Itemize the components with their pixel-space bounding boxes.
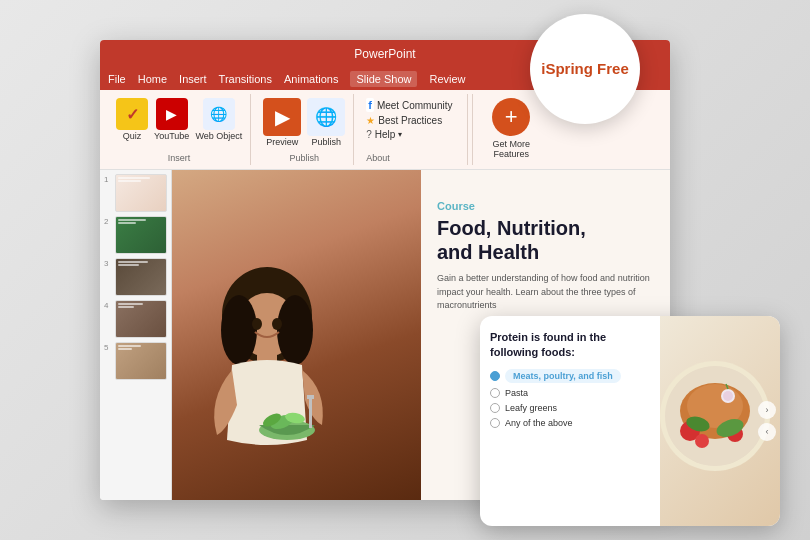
mobile-question-area: Protein is found in the following foods:… <box>480 316 660 526</box>
publish-icons: ▶ Preview 🌐 Publish <box>263 94 345 153</box>
mobile-navigation: › › <box>758 401 776 441</box>
insert-group-label: Insert <box>168 153 191 165</box>
svg-point-3 <box>277 295 313 365</box>
menu-insert[interactable]: Insert <box>179 73 207 85</box>
star-icon: ★ <box>366 115 375 126</box>
mobile-option-1[interactable]: Meats, poultry, and fish <box>490 369 650 383</box>
slide-thumb-5[interactable]: 5 <box>104 342 167 380</box>
publish-label: Publish <box>311 138 341 148</box>
slide-food-image <box>172 170 421 500</box>
thumb-img-1 <box>115 174 167 212</box>
menu-home[interactable]: Home <box>138 73 167 85</box>
meet-community-text: Meet Community <box>377 100 453 111</box>
thumb-num-5: 5 <box>104 342 112 352</box>
thumb-img-5 <box>115 342 167 380</box>
help-icon: ? <box>366 129 372 140</box>
svg-point-11 <box>252 318 262 330</box>
quiz-button[interactable]: ✓ Quiz <box>116 98 148 142</box>
menu-file[interactable]: File <box>108 73 126 85</box>
slide-title-line2: and Health <box>437 241 539 263</box>
nav-up-arrow[interactable]: › <box>758 401 776 419</box>
quiz-label: Quiz <box>123 132 142 142</box>
slide-thumb-4[interactable]: 4 <box>104 300 167 338</box>
course-label: Course <box>437 200 654 212</box>
youtube-button[interactable]: ▶ YouTube <box>154 98 189 142</box>
menu-animations[interactable]: Animations <box>284 73 338 85</box>
preview-button[interactable]: ▶ Preview <box>263 98 301 148</box>
window-title: PowerPoint <box>354 47 415 61</box>
meet-community-link[interactable]: f Meet Community <box>366 98 452 112</box>
option-text-3: Leafy greens <box>505 403 557 413</box>
mobile-option-3[interactable]: Leafy greens <box>490 403 650 413</box>
get-more-button[interactable]: + Get More Features <box>472 94 549 165</box>
mobile-option-4[interactable]: Any of the above <box>490 418 650 428</box>
best-practices-link[interactable]: ★ Best Practices <box>366 115 452 126</box>
mobile-device: ⋮ Protein is found in the following food… <box>480 316 780 526</box>
radio-1 <box>490 371 500 381</box>
web-object-button[interactable]: 🌐 Web Object <box>195 98 242 142</box>
mobile-content: Protein is found in the following foods:… <box>480 316 780 526</box>
mobile-food-image: › › <box>660 316 780 526</box>
option-pill-1: Meats, poultry, and fish <box>505 369 621 383</box>
svg-point-12 <box>272 318 282 330</box>
ispring-badge-text: iSpring Free <box>541 60 629 78</box>
slide-thumb-1[interactable]: 1 <box>104 174 167 212</box>
preview-icon: ▶ <box>263 98 301 136</box>
insert-icons: ✓ Quiz ▶ YouTube 🌐 Web Object <box>116 94 242 153</box>
about-links: f Meet Community ★ Best Practices ? Help… <box>366 94 452 153</box>
mobile-question-text: Protein is found in the following foods: <box>490 330 650 361</box>
mobile-options: Meats, poultry, and fish Pasta Leafy gre… <box>490 369 650 428</box>
thumb-num-2: 2 <box>104 216 112 226</box>
get-more-label: Get More Features <box>481 140 541 160</box>
best-practices-text: Best Practices <box>378 115 442 126</box>
publish-button[interactable]: 🌐 Publish <box>307 98 345 148</box>
option-text-2: Pasta <box>505 388 528 398</box>
about-group-label: About <box>366 153 390 165</box>
slide-thumbnails: 1 2 3 <box>100 170 172 500</box>
menu-slideshow[interactable]: Slide Show <box>350 71 417 87</box>
web-object-label: Web Object <box>195 132 242 142</box>
thumb-num-1: 1 <box>104 174 112 184</box>
svg-point-19 <box>695 434 709 448</box>
mobile-option-2[interactable]: Pasta <box>490 388 650 398</box>
svg-rect-10 <box>307 395 314 399</box>
slide-thumb-2[interactable]: 2 <box>104 216 167 254</box>
slide-title-line1: Food, Nutrition, <box>437 217 586 239</box>
woman-figure <box>187 260 347 500</box>
thumb-num-4: 4 <box>104 300 112 310</box>
option-text-4: Any of the above <box>505 418 573 428</box>
menu-transitions[interactable]: Transitions <box>219 73 272 85</box>
ribbon-group-publish: ▶ Preview 🌐 Publish Publish <box>255 94 354 165</box>
help-dropdown-icon: ▾ <box>398 130 402 139</box>
slide-title: Food, Nutrition, and Health <box>437 216 654 264</box>
ispring-badge: iSpring Free <box>530 14 640 124</box>
web-object-icon: 🌐 <box>203 98 235 130</box>
youtube-icon: ▶ <box>156 98 188 130</box>
youtube-label: YouTube <box>154 132 189 142</box>
thumb-img-2 <box>115 216 167 254</box>
help-link[interactable]: ? Help ▾ <box>366 129 452 140</box>
thumb-num-3: 3 <box>104 258 112 268</box>
menu-review[interactable]: Review <box>429 73 465 85</box>
help-text: Help <box>375 129 396 140</box>
radio-2 <box>490 388 500 398</box>
facebook-icon: f <box>366 98 374 112</box>
radio-4 <box>490 418 500 428</box>
plus-icon: + <box>492 98 530 136</box>
ribbon-group-insert: ✓ Quiz ▶ YouTube 🌐 Web Object Insert <box>108 94 251 165</box>
radio-3 <box>490 403 500 413</box>
quiz-icon: ✓ <box>116 98 148 130</box>
slide-thumb-3[interactable]: 3 <box>104 258 167 296</box>
ribbon-group-about: f Meet Community ★ Best Practices ? Help… <box>358 94 468 165</box>
svg-point-23 <box>723 391 733 401</box>
preview-label: Preview <box>266 138 298 148</box>
svg-point-2 <box>221 295 257 365</box>
publish-icon: 🌐 <box>307 98 345 136</box>
slide-description: Gain a better understanding of how food … <box>437 272 654 313</box>
thumb-img-4 <box>115 300 167 338</box>
nav-down-arrow[interactable]: › <box>758 423 776 441</box>
thumb-img-3 <box>115 258 167 296</box>
publish-group-label: Publish <box>289 153 319 165</box>
svg-rect-9 <box>309 398 312 428</box>
